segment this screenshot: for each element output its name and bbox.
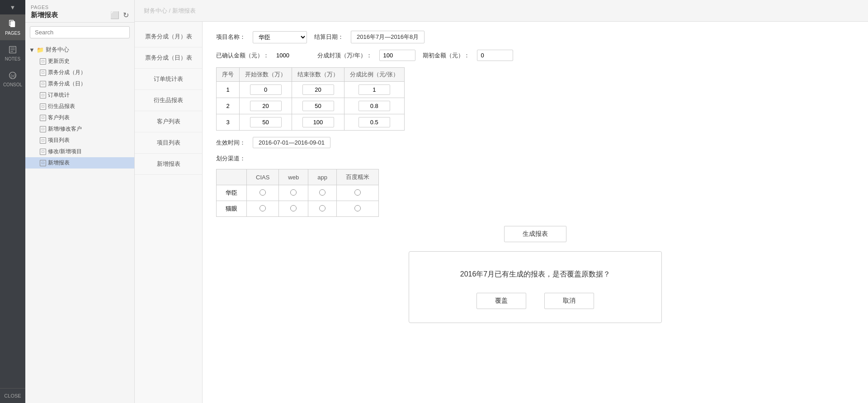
arrow-icon: ▼: [29, 47, 35, 53]
radio-maoyan-cias[interactable]: [259, 205, 266, 211]
export-icon[interactable]: ⬜: [110, 11, 119, 19]
refresh-icon[interactable]: ↻: [123, 11, 129, 19]
settle-date-value: 2016年7月—2016年8月: [351, 31, 425, 43]
ratio-table: 序号 开始张数（万） 结束张数（万） 分成比例（元/张） 1 2: [216, 67, 405, 131]
sidebar-tree: ▼ 📁 财务中心 □ 更新历史 □ 票务分成（月） □ 票务分成（日） □ 订单…: [25, 42, 134, 403]
ratio-start-2[interactable]: [250, 101, 282, 111]
svg-rect-1: [10, 22, 14, 27]
ratio-row-3: 3: [217, 114, 405, 131]
doc-icon: □: [40, 126, 46, 132]
ratio-row-2: 2: [217, 98, 405, 114]
content-area: 票务分成（月）表 票务分成（日）表 订单统计表 衍生品报表 客户列表 项目列表 …: [135, 22, 868, 403]
ratio-header-start: 开始张数（万）: [240, 68, 292, 82]
subnav-customers[interactable]: 客户列表: [135, 111, 202, 132]
ratio-ratio-1[interactable]: [359, 84, 390, 95]
ratio-end-2[interactable]: [302, 101, 334, 111]
ratio-seq-3: 3: [217, 114, 240, 131]
notes-icon: [8, 45, 18, 55]
tree-item-label: 新增/修改客户: [48, 125, 82, 133]
form-row-channel-label: 划分渠道：: [216, 155, 854, 163]
tree-item-order-stats[interactable]: □ 订单统计: [25, 89, 134, 101]
ratio-seq-2: 2: [217, 98, 240, 114]
folder-icon: 📁: [37, 47, 44, 53]
pages-label: PAGES: [5, 31, 20, 36]
tree-item-label: 修改/新增项目: [48, 148, 82, 155]
ratio-end-3[interactable]: [302, 117, 334, 127]
radio-huachen-cias[interactable]: [259, 189, 266, 196]
channel-row-huachen: 华臣: [217, 185, 379, 201]
tree-item-label: 更新历史: [48, 57, 70, 65]
tree-item-customers[interactable]: □ 客户列表: [25, 112, 134, 123]
folder-finance[interactable]: ▼ 📁 财务中心: [25, 44, 134, 56]
tree-item-edit-project[interactable]: □ 修改/新增项目: [25, 146, 134, 157]
channel-header-web: web: [279, 169, 308, 185]
subnav-ticket-monthly[interactable]: 票务分成（月）表: [135, 26, 202, 47]
pages-icon: [8, 19, 18, 29]
form-area: 项目名称： 华臣 结算日期： 2016年7月—2016年8月 已确认金额（元）：…: [203, 22, 868, 403]
channel-header-baidu: 百度糯米: [336, 169, 378, 185]
tree-item-project-list[interactable]: □ 项目列表: [25, 135, 134, 146]
collapse-arrow[interactable]: ▼: [0, 0, 25, 14]
tree-item-label: 新增报表: [48, 159, 70, 167]
close-button[interactable]: CLOSE: [0, 388, 25, 403]
subnav-derivative[interactable]: 衍生品报表: [135, 90, 202, 111]
ratio-header-ratio: 分成比例（元/张）: [344, 68, 405, 82]
confirmed-amount-label: 已确认金额（元）：: [216, 52, 269, 60]
sidebar: PAGES 新增报表 ⬜ ↻ ▼ 📁 财务中心 □ 更新历史 □ 票务分成（月）…: [25, 0, 135, 403]
dialog-buttons: 覆盖 取消: [423, 293, 648, 309]
subnav-new-report[interactable]: 新增报表: [135, 154, 202, 175]
doc-icon: □: [40, 160, 46, 166]
tree-item-new-report[interactable]: □ 新增报表: [25, 157, 134, 169]
generate-button[interactable]: 生成报表: [504, 226, 566, 242]
radio-maoyan-app[interactable]: [319, 205, 326, 211]
subnav-projects[interactable]: 项目列表: [135, 132, 202, 154]
channel-header-name: [217, 169, 247, 185]
tree-item-derivative[interactable]: □ 衍生品报表: [25, 101, 134, 112]
breadcrumb: 财务中心 / 新增报表: [144, 7, 196, 15]
dialog-confirm-button[interactable]: 覆盖: [476, 293, 526, 309]
radio-maoyan-baidu[interactable]: [354, 205, 361, 211]
tree-item-ticket-monthly[interactable]: □ 票务分成（月）: [25, 67, 134, 78]
tree-item-add-customer[interactable]: □ 新增/修改客户: [25, 123, 134, 135]
tree-item-label: 票务分成（月）: [48, 69, 86, 76]
subnav-ticket-daily[interactable]: 票务分成（日）表: [135, 47, 202, 69]
tree-item-ticket-daily[interactable]: □ 票务分成（日）: [25, 78, 134, 89]
nav-notes[interactable]: NOTES: [0, 40, 25, 66]
form-row-amounts: 已确认金额（元）： 1000 分成封顶（万/年）： 期初金额（元）：: [216, 50, 854, 61]
ratio-start-1[interactable]: [250, 84, 282, 95]
ratio-row-1: 1: [217, 82, 405, 98]
ratio-seq-1: 1: [217, 82, 240, 98]
doc-icon: □: [40, 58, 46, 65]
form-row-effective: 生效时间： 2016-07-01—2016-09-01: [216, 137, 854, 148]
radio-maoyan-web[interactable]: [290, 205, 297, 211]
ratio-start-3[interactable]: [250, 117, 282, 127]
effective-date-value: 2016-07-01—2016-09-01: [253, 137, 330, 148]
tree-item-label: 票务分成（日）: [48, 80, 86, 88]
ratio-end-1[interactable]: [302, 84, 334, 95]
radio-huachen-web[interactable]: [290, 189, 297, 196]
tree-item-update-history[interactable]: □ 更新历史: [25, 56, 134, 67]
distribution-cap-label: 分成封顶（万/年）：: [317, 52, 372, 60]
ratio-ratio-2[interactable]: [359, 101, 390, 111]
search-input[interactable]: [30, 26, 130, 38]
radio-huachen-baidu[interactable]: [354, 189, 361, 196]
dialog-cancel-button[interactable]: 取消: [544, 293, 594, 309]
doc-icon: □: [40, 137, 46, 144]
notes-label: NOTES: [5, 56, 20, 61]
project-select[interactable]: 华臣: [253, 31, 307, 43]
distribution-cap-input[interactable]: [379, 50, 415, 61]
breadcrumb-bar: 财务中心 / 新增报表: [135, 0, 868, 22]
nav-pages[interactable]: PAGES: [0, 14, 25, 40]
doc-icon: □: [40, 70, 46, 76]
radio-huachen-app[interactable]: [319, 189, 326, 196]
nav-console[interactable]: (x) CONSOL: [0, 66, 25, 92]
settle-date-label: 结算日期：: [314, 33, 344, 41]
initial-amount-input[interactable]: [477, 50, 513, 61]
project-label: 项目名称：: [216, 33, 245, 41]
console-label: CONSOL: [3, 82, 22, 87]
channel-row-maoyan: 猫眼: [217, 201, 379, 217]
channel-header-cias: CIAS: [247, 169, 279, 185]
icon-bar: ▼ PAGES NOTES (x) CONSOL CLOSE: [0, 0, 25, 403]
subnav-order-stats[interactable]: 订单统计表: [135, 69, 202, 90]
ratio-ratio-3[interactable]: [359, 117, 390, 127]
